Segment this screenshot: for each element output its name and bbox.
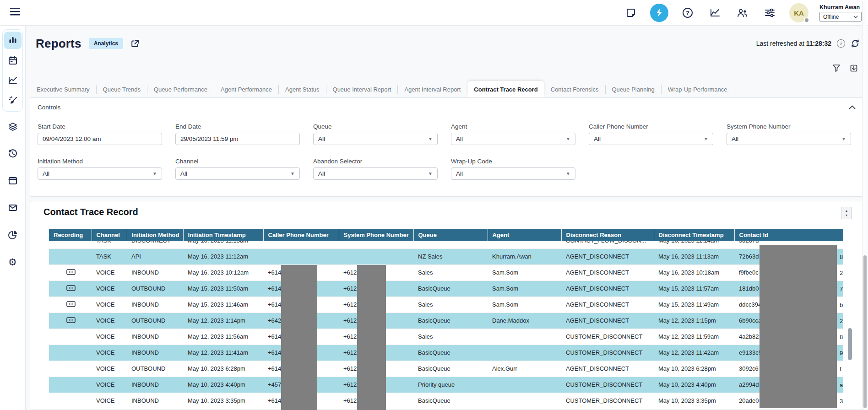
tab-queue-trends[interactable]: Queue Trends bbox=[97, 81, 147, 97]
sidebar-item-mail[interactable] bbox=[4, 199, 22, 216]
table-row[interactable]: TASKDISCONNECTMay 16, 2023 11:13amCONTAC… bbox=[49, 241, 843, 248]
tab-contact-forensics[interactable]: Contact Forensics bbox=[544, 81, 605, 97]
help-icon[interactable]: ? bbox=[679, 5, 696, 21]
sidebar-item-reports[interactable] bbox=[4, 32, 22, 49]
queue-select[interactable]: All▼ bbox=[313, 133, 438, 145]
end-date-input[interactable] bbox=[175, 133, 300, 145]
quick-actions-lightning-icon[interactable] bbox=[650, 4, 668, 22]
initiation-method-select[interactable]: All▼ bbox=[38, 167, 162, 180]
recording-icon[interactable] bbox=[66, 317, 76, 323]
table-row[interactable]: VOICEINBOUNDMay 16, 2023 10:12am+614+612… bbox=[49, 264, 843, 281]
controls-title: Controls bbox=[38, 104, 60, 111]
last-refreshed-label: Last refreshed at bbox=[756, 40, 804, 47]
table-row[interactable]: VOICEINBOUNDMay 10, 2023 3:35pm+614+612B… bbox=[49, 393, 843, 409]
avatar[interactable]: KA bbox=[789, 3, 808, 22]
table-row[interactable]: VOICEINBOUNDMay 12, 2023 11:56am+614+612… bbox=[49, 329, 843, 345]
cell-queue: BasicQueue bbox=[413, 313, 488, 329]
system-phone-select[interactable]: All▼ bbox=[727, 133, 851, 145]
cell-recording bbox=[49, 329, 92, 345]
status-select[interactable]: Offline bbox=[819, 12, 862, 22]
cell-recording bbox=[49, 241, 92, 248]
table-row[interactable]: VOICEINBOUNDMay 15, 2023 11:46am+614+612… bbox=[49, 297, 843, 313]
table-row[interactable]: VOICEINBOUNDMay 10, 2023 4:40pm+457+612P… bbox=[49, 377, 843, 393]
field-end-date: End Date bbox=[175, 123, 300, 145]
tab-executive-summary[interactable]: Executive Summary bbox=[30, 81, 96, 97]
abandon-selector-select[interactable]: All▼ bbox=[313, 167, 438, 180]
download-icon[interactable] bbox=[850, 64, 858, 72]
col-contact-id[interactable]: Contact Id bbox=[734, 229, 843, 241]
col-queue[interactable]: Queue bbox=[413, 229, 488, 241]
cell-initiation-method: API bbox=[127, 248, 183, 264]
col-initiation-timestamp[interactable]: Initiation Timestamp bbox=[183, 229, 263, 241]
col-recording[interactable]: Recording bbox=[49, 229, 92, 241]
agent-select[interactable]: All▼ bbox=[451, 133, 575, 145]
table-row[interactable]: VOICEOUTBOUNDMay 15, 2023 11:50am+614+61… bbox=[49, 281, 843, 297]
sidebar-item-window[interactable] bbox=[4, 172, 22, 189]
table-row[interactable]: VOICEOUTBOUNDMay 12, 2023 1:14pm+642+612… bbox=[49, 313, 843, 329]
sidebar-item-design[interactable] bbox=[4, 92, 22, 109]
table-row[interactable]: VOICEOUTBOUNDMay 10, 2023 6:28pm+614+612… bbox=[49, 361, 843, 377]
layers-icon bbox=[8, 122, 18, 132]
col-caller-phone[interactable]: Caller Phone Number bbox=[263, 229, 339, 241]
cell-initiation-method: DISCONNECT bbox=[127, 241, 183, 248]
recording-icon[interactable] bbox=[66, 269, 76, 275]
calendar-icon bbox=[8, 55, 18, 65]
tab-agent-status[interactable]: Agent Status bbox=[279, 81, 326, 97]
spinner-up-icon[interactable]: ▲ bbox=[845, 209, 848, 212]
col-disconnect-reason[interactable]: Disconnect Reason bbox=[561, 229, 654, 241]
recording-icon[interactable] bbox=[66, 301, 76, 307]
row-spinner[interactable]: ▲▼ bbox=[841, 207, 852, 219]
cell-agent: Sam.Som bbox=[488, 281, 561, 297]
table-row[interactable]: TASKAPIMay 16, 2023 11:12amNZ SalesKhurr… bbox=[49, 248, 843, 264]
hamburger-menu-icon[interactable] bbox=[10, 8, 21, 17]
table-scrollbar-thumb[interactable] bbox=[848, 328, 852, 360]
sidebar-item-pie-chart[interactable] bbox=[4, 226, 22, 243]
refresh-icon[interactable] bbox=[851, 39, 860, 48]
select-value: All bbox=[594, 135, 601, 142]
cell-caller-phone: +614 bbox=[263, 345, 339, 361]
cell-recording bbox=[49, 264, 92, 281]
tab-queue-planning[interactable]: Queue Planning bbox=[606, 81, 661, 97]
filter-icon[interactable] bbox=[832, 64, 841, 72]
start-date-input[interactable] bbox=[38, 133, 162, 145]
caller-phone-select[interactable]: All▼ bbox=[589, 133, 713, 145]
col-initiation-method[interactable]: Initiation Method bbox=[127, 229, 183, 241]
tab-agent-interval-report[interactable]: Agent Interval Report bbox=[398, 81, 467, 97]
col-disconnect-timestamp[interactable]: Disconnect Timestamp bbox=[654, 229, 734, 241]
sidebar-item-history[interactable] bbox=[4, 145, 22, 162]
wrap-up-code-select[interactable]: All▼ bbox=[451, 167, 575, 180]
col-channel[interactable]: Channel bbox=[92, 229, 127, 241]
window-scrollbar[interactable] bbox=[862, 1, 867, 409]
cell-recording bbox=[49, 345, 92, 361]
notes-icon[interactable] bbox=[623, 5, 639, 21]
cell-channel: VOICE bbox=[92, 281, 127, 297]
channel-select[interactable]: All▼ bbox=[175, 167, 300, 180]
contact-id-tail: a bbox=[840, 381, 843, 388]
table-row[interactable]: VOICEINBOUNDMay 12, 2023 11:41am+614+612… bbox=[49, 345, 843, 361]
sidebar-item-schedule[interactable] bbox=[4, 52, 22, 69]
col-agent[interactable]: Agent bbox=[488, 229, 561, 241]
cell-recording bbox=[49, 281, 92, 297]
sidebar-item-settings[interactable]: ⚙ bbox=[4, 253, 22, 270]
cell-disconnect-timestamp: May 10, 2023 6:28pm bbox=[654, 361, 734, 377]
cell-initiation-method: OUTBOUND bbox=[127, 313, 183, 329]
tab-agent-performance[interactable]: Agent Performance bbox=[214, 81, 278, 97]
info-icon[interactable]: i bbox=[837, 39, 845, 48]
sidebar-item-analytics[interactable] bbox=[4, 72, 22, 89]
cell-queue: BasicQueue bbox=[413, 361, 488, 377]
tab-wrap-up-performance[interactable]: Wrap-Up Performance bbox=[662, 81, 734, 97]
tab-contract-trace-record[interactable]: Contract Trace Record bbox=[467, 81, 544, 97]
metrics-icon[interactable] bbox=[707, 5, 723, 21]
external-link-icon[interactable] bbox=[130, 39, 139, 48]
spinner-down-icon[interactable]: ▼ bbox=[845, 214, 848, 217]
col-system-phone[interactable]: System Phone Number bbox=[339, 229, 413, 241]
sidebar-item-layers[interactable] bbox=[4, 118, 22, 135]
table-scrollbar[interactable] bbox=[848, 249, 852, 410]
recording-icon[interactable] bbox=[66, 285, 76, 291]
directory-people-icon[interactable] bbox=[734, 5, 751, 21]
tab-queue-performance[interactable]: Queue Performance bbox=[147, 81, 214, 97]
tab-queue-interval-report[interactable]: Queue Interval Report bbox=[326, 81, 398, 97]
window-scrollbar-thumb[interactable] bbox=[863, 255, 867, 408]
preferences-sliders-icon[interactable] bbox=[762, 5, 778, 21]
collapse-chevron-up-icon[interactable] bbox=[849, 105, 856, 109]
